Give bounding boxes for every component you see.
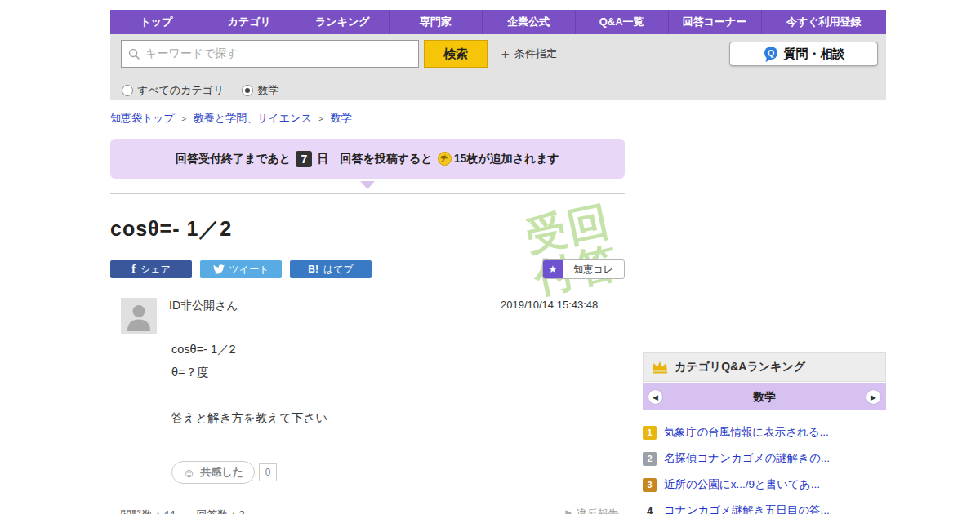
radio-math[interactable] [242, 85, 253, 96]
question-author[interactable]: ID非公開さん [169, 299, 238, 313]
advanced-search-link[interactable]: ＋ 条件指定 [499, 47, 557, 62]
stamp-char: 受 [521, 208, 572, 259]
share-row: f シェア ツイート B! はてブ [110, 260, 372, 278]
twitter-bird-icon [213, 264, 225, 274]
breadcrumb-separator: ＞ [180, 113, 189, 125]
ranking-item[interactable]: 1 気象庁の台風情報に表示される... [643, 419, 886, 445]
nav-item-ranking[interactable]: ランキング [296, 10, 390, 34]
ranking-link[interactable]: 気象庁の台風情報に表示される... [664, 425, 829, 440]
search-section: キーワードで探す 検索 ＋ 条件指定 Q 質問・相談 すべてのカテゴリ 数学 [110, 34, 886, 100]
banner-middle: 回答を投稿すると [340, 152, 432, 166]
sidebar-category-carousel: ◀ 数学 ▶ [643, 383, 886, 410]
question-title: cosθ=- 1／2 [110, 215, 232, 242]
person-icon [121, 298, 157, 334]
sidebar-category-label: 数学 [753, 390, 776, 405]
breadcrumb-science[interactable]: 教養と学問、サイエンス [194, 111, 312, 126]
question-body-gap [172, 383, 327, 406]
question-body-line: cosθ=- 1／2 [172, 338, 327, 361]
breadcrumb-separator: ＞ [317, 113, 326, 125]
hatena-icon: B! [308, 264, 318, 275]
radio-math-label: 数学 [257, 83, 278, 98]
ranking-item[interactable]: 3 近所の公園にx.../9と書いてあ... [643, 472, 886, 498]
chiecolle-button[interactable]: ★ 知恵コレ [542, 259, 625, 279]
banner-days-suffix: 日 [317, 152, 328, 166]
sidebar-ranking-list: 1 気象庁の台風情報に表示される... 2 名探偵コナンカゴメの謎解きの... … [643, 419, 886, 514]
sympathy-count: 0 [259, 463, 277, 481]
nav-item-category[interactable]: カテゴリ [203, 10, 296, 34]
rank-number: 4 [643, 504, 657, 514]
search-row: キーワードで探す 検索 ＋ 条件指定 [121, 40, 557, 68]
breadcrumb-math[interactable]: 数学 [331, 111, 352, 126]
question-body-line: 答えと解き方を教えて下さい [172, 406, 327, 429]
views-label: 閲覧数： [121, 508, 163, 514]
views-stat: 閲覧数：44 [121, 507, 175, 514]
question-body: cosθ=- 1／2 θ=？度 答えと解き方を教えて下さい [172, 338, 327, 429]
facebook-share-button[interactable]: f シェア [110, 260, 192, 278]
facebook-share-label: シェア [140, 263, 171, 277]
ranking-item[interactable]: 4 コナンカゴメ謎解き五日目の答... [643, 498, 886, 514]
report-violation-label: 違反報告 [577, 507, 619, 514]
nav-item-register[interactable]: 今すぐ利用登録 [762, 10, 886, 34]
answer-deadline-banner: 回答受付終了まであと 7 日 回答を投稿すると チ 15枚が追加されます [110, 139, 625, 179]
report-violation-link[interactable]: ⚑ 違反報告 [564, 507, 619, 514]
answering-open-stamp: 受 回 付 答 [521, 199, 621, 299]
answers-label: 回答数： [196, 508, 238, 514]
top-nav: トップ カテゴリ ランキング 専門家 企業公式 Q&A一覧 回答コーナー 今すぐ… [110, 10, 886, 34]
sidebar-ranking-title: カテゴリQ&Aランキング [675, 360, 805, 374]
ranking-link[interactable]: コナンカゴメ謎解き五日目の答... [664, 503, 830, 514]
answers-stat: 回答数：3 [196, 507, 244, 514]
rank-badge: 2 [643, 452, 657, 466]
twitter-share-label: ツイート [229, 263, 270, 277]
question-stats: 閲覧数：44 回答数：3 [121, 507, 266, 514]
days-remaining-badge: 7 [296, 151, 312, 167]
hatena-share-label: はてブ [323, 263, 354, 277]
rank-badge: 1 [643, 426, 657, 440]
facebook-icon: f [131, 263, 136, 276]
hatena-share-button[interactable]: B! はてブ [290, 260, 372, 278]
ask-question-label: 質問・相談 [784, 47, 845, 62]
smiley-icon: ☺ [183, 466, 195, 480]
crown-icon [652, 361, 668, 374]
sympathy-label: 共感した [200, 465, 243, 480]
rank-badge: 3 [643, 478, 657, 492]
advanced-search-label: 条件指定 [514, 47, 557, 61]
nav-item-experts[interactable]: 専門家 [390, 10, 483, 34]
breadcrumb: 知恵袋トップ ＞ 教養と学問、サイエンス ＞ 数学 [110, 111, 352, 126]
twitter-share-button[interactable]: ツイート [200, 260, 282, 278]
question-body-line: θ=？度 [172, 361, 327, 383]
breadcrumb-home[interactable]: 知恵袋トップ [110, 111, 175, 126]
search-placeholder: キーワードで探す [145, 47, 238, 61]
stamp-char: 回 [563, 199, 613, 250]
answers-value: 3 [238, 508, 244, 514]
chiecolle-label: 知恵コレ [563, 263, 624, 277]
section-divider [110, 193, 625, 194]
carousel-next-button[interactable]: ▶ [866, 389, 881, 405]
category-radio-row: すべてのカテゴリ 数学 [122, 83, 296, 98]
flag-icon: ⚑ [564, 508, 573, 514]
views-value: 44 [163, 508, 175, 514]
radio-all-categories-label: すべてのカテゴリ [137, 83, 224, 98]
coin-icon: チ [438, 152, 452, 166]
carousel-prev-button[interactable]: ◀ [648, 389, 663, 405]
banner-prefix: 回答受付終了まであと [176, 152, 291, 166]
ask-question-button[interactable]: Q 質問・相談 [729, 42, 878, 66]
ranking-link[interactable]: 名探偵コナンカゴメの謎解きの... [664, 451, 830, 466]
star-icon: ★ [543, 260, 563, 278]
sympathy-button[interactable]: ☺ 共感した [172, 461, 255, 484]
ranking-link[interactable]: 近所の公園にx.../9と書いてあ... [664, 477, 820, 492]
avatar [121, 298, 157, 334]
radio-all-categories[interactable] [122, 85, 133, 96]
banner-suffix: 15枚が追加されます [454, 152, 559, 166]
ranking-item[interactable]: 2 名探偵コナンカゴメの謎解きの... [643, 445, 886, 472]
search-input[interactable]: キーワードで探す [121, 40, 419, 68]
plus-icon: ＋ [499, 47, 511, 62]
question-date: 2019/10/14 15:43:48 [501, 299, 598, 311]
nav-item-qa-list[interactable]: Q&A一覧 [576, 10, 669, 34]
question-bubble-icon: Q [763, 46, 779, 63]
search-button[interactable]: 検索 [424, 40, 488, 68]
search-icon [128, 48, 140, 60]
nav-item-official[interactable]: 企業公式 [483, 10, 576, 34]
nav-item-top[interactable]: トップ [110, 10, 203, 34]
nav-item-answer-corner[interactable]: 回答コーナー [669, 10, 762, 34]
sidebar-ranking-header: カテゴリQ&Aランキング [643, 352, 886, 382]
